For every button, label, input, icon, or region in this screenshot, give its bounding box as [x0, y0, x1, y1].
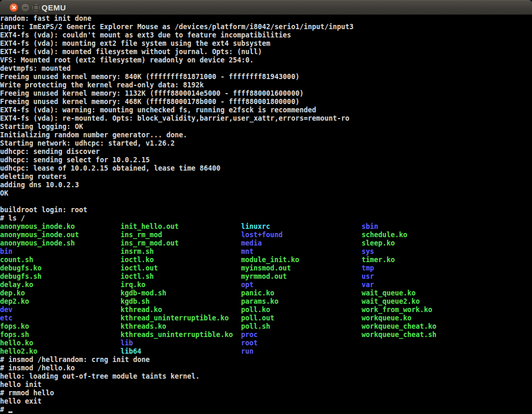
ls-row: dep.kokgdb-mod.shpanic.kowait_queue.ko	[0, 289, 532, 297]
file-entry: mnt	[241, 248, 362, 256]
ls-row: etckthread_uninterruptible.kopoll.outwor…	[0, 314, 532, 322]
file-entry: dev	[0, 306, 121, 314]
window-titlebar[interactable]: QEMU	[0, 0, 532, 15]
file-entry: sleep.ko	[362, 239, 395, 248]
file-entry: kthreads.ko	[121, 322, 241, 331]
file-entry: poll.out	[241, 314, 362, 322]
ls-row: debugfs.koioctl.outmyinsmod.outtmp	[0, 264, 532, 273]
console-line: # insmod /hellrandom: crng init done	[0, 356, 532, 364]
file-entry: anonymous_inode.ko	[0, 223, 121, 231]
file-entry: delay.ko	[0, 281, 121, 289]
file-entry: opt	[241, 281, 362, 289]
file-entry: proc	[241, 331, 362, 339]
file-entry: ioctl.sh	[121, 273, 241, 281]
prompt-line: #	[0, 406, 532, 414]
file-entry: timer.ko	[362, 256, 395, 264]
file-entry: workqueue_cheat.ko	[362, 322, 436, 331]
file-entry: workqueue.ko	[362, 314, 411, 322]
file-entry: myrmmod.out	[241, 273, 362, 281]
file-entry: dep2.ko	[0, 297, 121, 306]
ls-row: fops.kokthreads.kopoll.shworkqueue_cheat…	[0, 322, 532, 331]
file-entry: anonymous_inode.out	[0, 231, 121, 239]
console-line: hello: loading out-of-tree module taints…	[0, 372, 532, 381]
ls-row: count.shioctl.komodule_init.kotimer.ko	[0, 256, 532, 264]
file-entry: kgdb-mod.sh	[121, 289, 241, 297]
minimize-button[interactable]	[21, 3, 30, 12]
console-line: EXT4-fs (vda): warning: mounting uncheck…	[0, 106, 532, 114]
file-entry: hello.ko	[0, 339, 121, 347]
file-entry: irq.ko	[121, 281, 241, 289]
file-entry: ins_rm_mod	[121, 231, 241, 239]
console-line: udhcpc: lease of 10.0.2.15 obtained, lea…	[0, 164, 532, 173]
file-entry: init_hello.out	[121, 223, 241, 231]
ls-row: hello2.kolib64run	[0, 347, 532, 356]
file-entry: ins_rm_mod.out	[121, 239, 241, 248]
minimize-icon	[23, 7, 28, 8]
maximize-button[interactable]	[32, 3, 41, 12]
console-line: EXT4-fs (vda): re-mounted. Opts: block_v…	[0, 114, 532, 123]
console-line: Starting logging: OK	[0, 123, 532, 131]
file-entry: params.ko	[241, 297, 362, 306]
console-line: adding dns 10.0.2.3	[0, 181, 532, 189]
close-icon	[11, 5, 16, 10]
file-entry: kthread.ko	[121, 306, 241, 314]
file-entry: schedule.ko	[362, 231, 407, 239]
console-line: VFS: Mounted root (ext2 filesystem) read…	[0, 56, 532, 64]
console-line: hello exit	[0, 397, 532, 406]
file-entry: poll.ko	[241, 306, 362, 314]
file-entry: sbin	[362, 223, 378, 231]
file-entry: kgdb.sh	[121, 297, 241, 306]
console-line: devtmpfs: mounted	[0, 64, 532, 73]
file-entry: ioctl.ko	[121, 256, 241, 264]
console-line: # insmod /hello.ko	[0, 364, 532, 372]
console-line: Freeing unused kernel memory: 1132K (fff…	[0, 89, 532, 98]
ls-row: devkthread.kopoll.kowork_from_work.ko	[0, 306, 532, 314]
file-entry: lib64	[121, 347, 241, 356]
file-entry: hello2.ko	[0, 347, 121, 356]
file-entry: root	[241, 339, 258, 347]
file-entry: usr	[362, 273, 374, 281]
login-line: buildroot login: root	[0, 206, 532, 214]
ls-row: bininsrm.shmntsys	[0, 248, 532, 256]
file-entry: ioctl.out	[121, 264, 241, 273]
console-line: deleting routers	[0, 173, 532, 181]
close-button[interactable]	[9, 3, 18, 12]
console-line: udhcpc: sending select for 10.0.2.15	[0, 156, 532, 164]
file-entry: bin	[0, 248, 121, 256]
file-entry: kthread_uninterruptible.ko	[121, 314, 241, 322]
ls-row: anonymous_inode.shins_rm_mod.outmediasle…	[0, 239, 532, 248]
file-entry: var	[362, 281, 374, 289]
text-cursor	[8, 411, 12, 413]
file-entry: fops.sh	[0, 331, 121, 339]
file-entry: media	[241, 239, 362, 248]
file-entry: work_from_work.ko	[362, 306, 432, 314]
console-line: Starting network: udhcpc: started, v1.26…	[0, 139, 532, 148]
file-entry: lost+found	[241, 231, 362, 239]
ls-command-line: # ls /	[0, 214, 532, 223]
console-line: EXT4-fs (vda): couldn't mount as ext3 du…	[0, 31, 532, 40]
ls-row: fops.shkthreads_uninterruptible.koprocwo…	[0, 331, 532, 339]
file-entry: kthreads_uninterruptible.ko	[121, 331, 241, 339]
file-entry: module_init.ko	[241, 256, 362, 264]
maximize-icon	[33, 5, 39, 10]
file-entry: wait_queue2.ko	[362, 297, 420, 306]
terminal-console[interactable]: random: fast init done input: ImExPS/2 G…	[0, 15, 532, 414]
qemu-window: QEMU random: fast init done input: ImExP…	[0, 0, 532, 414]
file-entry: anonymous_inode.sh	[0, 239, 121, 248]
file-entry: dep.ko	[0, 289, 121, 297]
console-line: Freeing unused kernel memory: 468K (ffff…	[0, 98, 532, 106]
file-entry: workqueue_cheat.sh	[362, 331, 436, 339]
console-line: Initializing random number generator... …	[0, 131, 532, 139]
ls-row: anonymous_inode.koinit_hello.outlinuxrcs…	[0, 223, 532, 231]
ls-row: dep2.kokgdb.shparams.kowait_queue2.ko	[0, 297, 532, 306]
file-entry: myinsmod.out	[241, 264, 362, 273]
ls-row: delay.koirq.kooptvar	[0, 281, 532, 289]
console-line: random: fast init done	[0, 15, 532, 23]
file-entry: insrm.sh	[121, 248, 241, 256]
file-entry: count.sh	[0, 256, 121, 264]
console-line: # rmmod hello	[0, 389, 532, 397]
window-title: QEMU	[42, 1, 66, 15]
file-entry: run	[241, 347, 254, 356]
file-entry: tmp	[362, 264, 374, 273]
ls-row: anonymous_inode.outins_rm_modlost+founds…	[0, 231, 532, 239]
